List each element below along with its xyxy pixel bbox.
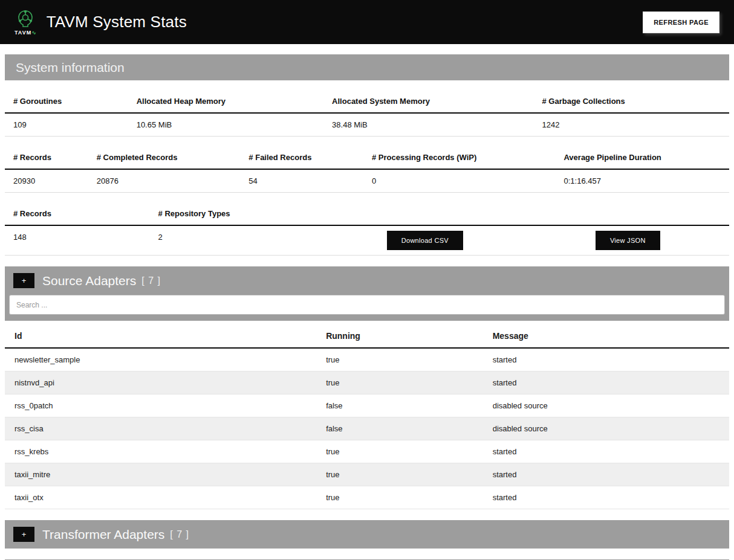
avg-pipeline-duration-value: 0:1:16.457 [555,170,729,192]
column-header: # Records [5,202,150,225]
system-memory-value: 38.48 MiB [323,114,533,136]
column-header-message: Message [483,324,729,347]
adapter-id: rss_krebs [5,440,316,463]
adapter-running: true [316,463,483,486]
adapter-id: taxii_otx [5,486,316,509]
transformer-adapters-expand-button[interactable]: + [13,527,34,542]
adapter-running: true [316,440,483,463]
column-header: # Repository Types [150,202,324,225]
runtime-stats-value-row: 109 10.65 MiB 38.48 MiB 1242 [5,114,729,137]
table-row[interactable]: taxii_otx true started [5,486,729,509]
column-header: Allocated Heap Memory [128,90,323,112]
garbage-collections-value: 1242 [534,114,729,136]
tavm-logo-icon [15,8,36,29]
adapter-running: true [316,486,483,509]
goroutines-value: 109 [5,114,128,136]
column-header-id: Id [5,324,316,347]
column-header: Allocated System Memory [323,90,533,112]
column-header-running: Running [316,324,483,347]
empty-header-cell [527,202,729,225]
records-stats-value-row: 20930 20876 54 0 0:1:16.457 [5,170,729,193]
table-row[interactable]: rss_0patch false disabled source [5,394,729,417]
adapter-running: false [316,394,483,417]
app-header: TAVM∿ TAVM System Stats REFRESH PAGE [0,0,734,44]
column-header: # Records [5,146,88,169]
refresh-page-button[interactable]: REFRESH PAGE [643,11,719,33]
records-value: 20930 [5,170,88,192]
column-header: # Failed Records [240,146,363,169]
adapter-message: started [483,486,729,509]
adapter-message: started [483,463,729,486]
runtime-stats-table: # Goroutines Allocated Heap Memory Alloc… [5,90,729,137]
table-row[interactable]: nistnvd_api true started [5,372,729,394]
table-row[interactable]: rss_cisa false disabled source [5,417,729,440]
column-header: # Goroutines [5,90,128,112]
source-adapters-expand-button[interactable]: + [13,273,34,288]
repository-stats-header-row: # Records # Repository Types [5,202,729,226]
adapter-id: taxii_mitre [5,463,316,486]
source-adapters-header: + Source Adapters [ 7 ] [5,266,729,295]
source-adapters-count: [ 7 ] [141,275,161,286]
source-adapters-table-header: Id Running Message [5,324,729,349]
adapter-id: newsletter_sample [5,349,316,371]
logo-text: TAVM∿ [15,30,37,36]
column-header: # Processing Records (WiP) [363,146,555,169]
transformer-adapters-title: Transformer Adapters [42,527,164,542]
source-adapters-table-body: newsletter_sample true started nistnvd_a… [5,349,729,509]
transformer-adapters-section: + Transformer Adapters [ 7 ] [5,520,729,549]
view-json-button[interactable]: View JSON [596,231,660,250]
repository-records-value: 148 [5,226,150,255]
tavm-logo: TAVM∿ [15,8,37,36]
download-csv-button[interactable]: Download CSV [387,231,463,250]
view-json-cell: View JSON [527,226,729,255]
adapter-running: false [316,417,483,440]
table-row[interactable]: taxii_mitre true started [5,463,729,486]
transformer-adapters-count: [ 7 ] [170,529,189,540]
source-adapters-section: + Source Adapters [ 7 ] [5,266,729,321]
search-input[interactable] [9,295,725,315]
column-header: # Completed Records [88,146,241,169]
source-adapters-table: Id Running Message newsletter_sample tru… [5,321,729,509]
adapter-message: disabled source [483,417,729,440]
column-header: # Garbage Collections [534,90,729,112]
adapter-running: true [316,349,483,371]
adapter-message: started [483,372,729,394]
adapter-running: true [316,372,483,394]
repository-types-value: 2 [150,226,324,255]
failed-records-value: 54 [240,170,363,192]
system-information-section-header: System information [5,54,729,80]
column-header: Average Pipeline Duration [555,146,729,169]
source-adapters-search-row [5,295,729,321]
download-csv-cell: Download CSV [323,226,526,255]
transformer-adapters-header: + Transformer Adapters [ 7 ] [5,520,729,549]
adapter-message: started [483,440,729,463]
page-title: TAVM System Stats [47,13,187,31]
runtime-stats-header-row: # Goroutines Allocated Heap Memory Alloc… [5,90,729,114]
table-row[interactable]: newsletter_sample true started [5,349,729,372]
adapter-id: rss_cisa [5,417,316,440]
adapter-id: rss_0patch [5,394,316,417]
heap-memory-value: 10.65 MiB [128,114,323,136]
adapter-id: nistnvd_api [5,372,316,394]
records-stats-table: # Records # Completed Records # Failed R… [5,146,729,193]
adapter-message: started [483,349,729,371]
adapter-message: disabled source [483,394,729,417]
table-row[interactable]: rss_krebs true started [5,440,729,463]
source-adapters-title: Source Adapters [42,274,136,288]
empty-header-cell [323,202,526,225]
repository-stats-table: # Records # Repository Types 148 2 Downl… [5,202,729,256]
system-information-title: System information [16,60,125,75]
records-stats-header-row: # Records # Completed Records # Failed R… [5,146,729,170]
completed-records-value: 20876 [88,170,241,192]
processing-records-value: 0 [363,170,555,192]
repository-stats-value-row: 148 2 Download CSV View JSON [5,226,729,256]
